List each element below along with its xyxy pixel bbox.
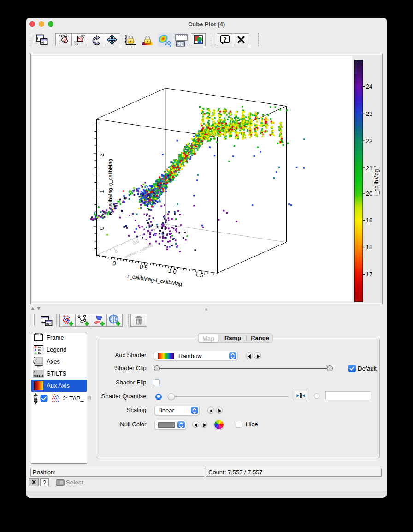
svg-text:23: 23 xyxy=(366,111,372,117)
svg-text:yyy: yyy xyxy=(33,360,35,364)
svg-text:>stilts: >stilts xyxy=(34,374,44,377)
svg-text:Cc: Cc xyxy=(38,352,41,354)
svg-text:TITLE: TITLE xyxy=(36,334,41,335)
svg-text:18: 18 xyxy=(366,244,372,251)
svg-text:>: > xyxy=(34,371,35,374)
svg-text:0: 0 xyxy=(98,227,105,230)
svg-text:?: ? xyxy=(223,36,227,43)
svg-text:i_calibMag /: i_calibMag / xyxy=(373,166,380,196)
svg-text:1.5: 1.5 xyxy=(195,271,204,279)
svg-text:0.5: 0.5 xyxy=(139,263,148,271)
svg-text:22: 22 xyxy=(366,138,372,144)
svg-text:19: 19 xyxy=(366,217,372,224)
svg-text:24: 24 xyxy=(366,84,372,90)
svg-text:1: 1 xyxy=(98,190,105,193)
svg-text:20: 20 xyxy=(366,191,372,197)
svg-text:21: 21 xyxy=(366,165,372,172)
svg-text:u_calibMag-g_calibMag: u_calibMag-g_calibMag xyxy=(107,159,113,215)
svg-text:17: 17 xyxy=(366,271,372,278)
svg-text:xxx: xxx xyxy=(37,365,41,367)
svg-text:2: 2 xyxy=(98,153,105,156)
svg-text:1.0: 1.0 xyxy=(168,267,177,275)
